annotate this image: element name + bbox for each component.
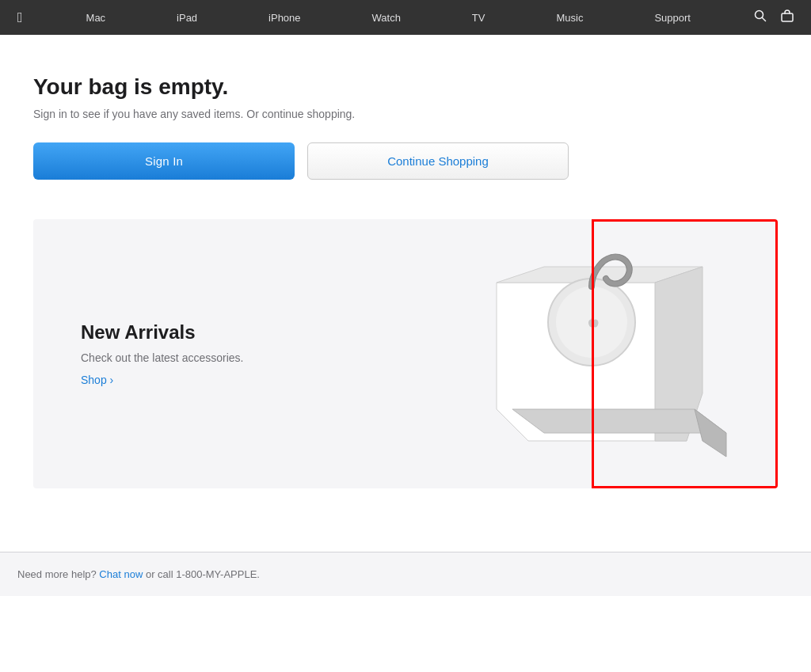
footer-content: Need more help? Chat now or call 1-800-M…	[17, 568, 794, 580]
bag-subtitle: Sign in to see if you have any saved ite…	[33, 108, 778, 120]
promo-image	[406, 219, 778, 488]
promo-banner: New Arrivals Check out the latest access…	[33, 219, 778, 488]
nav-item-mac[interactable]: Mac	[78, 12, 114, 24]
apple-logo[interactable]: 	[17, 9, 23, 26]
action-buttons: Sign In Continue Shopping	[33, 142, 778, 180]
nav-item-watch[interactable]: Watch	[364, 12, 409, 24]
promo-shop-link[interactable]: Shop ›	[81, 374, 358, 386]
nav-item-tv[interactable]: TV	[464, 12, 493, 24]
bag-icon[interactable]	[781, 9, 794, 25]
promo-title: New Arrivals	[81, 321, 358, 344]
nav-item-ipad[interactable]: iPad	[169, 12, 205, 24]
main-content: Your bag is empty. Sign in to see if you…	[17, 35, 794, 552]
promo-description: Check out the latest accessories.	[81, 351, 358, 364]
promo-text: New Arrivals Check out the latest access…	[33, 219, 406, 488]
footer: Need more help? Chat now or call 1-800-M…	[0, 552, 811, 596]
product-illustration	[433, 219, 750, 488]
svg-marker-7	[512, 409, 726, 433]
sign-in-button[interactable]: Sign In	[33, 142, 295, 180]
footer-phone-text: or call 1-800-MY-APPLE.	[146, 568, 260, 580]
bag-title: Your bag is empty.	[33, 74, 778, 100]
continue-shopping-button[interactable]: Continue Shopping	[307, 142, 569, 180]
nav-item-support[interactable]: Support	[646, 12, 699, 24]
search-icon[interactable]	[754, 9, 767, 25]
footer-chat-link[interactable]: Chat now	[99, 568, 143, 580]
nav-item-iphone[interactable]: iPhone	[261, 12, 308, 24]
svg-line-1	[762, 18, 765, 21]
svg-rect-2	[782, 13, 793, 21]
navigation:  Mac iPad iPhone Watch TV Music Support	[0, 0, 811, 35]
footer-help-text: Need more help?	[17, 568, 97, 580]
nav-item-music[interactable]: Music	[548, 12, 591, 24]
